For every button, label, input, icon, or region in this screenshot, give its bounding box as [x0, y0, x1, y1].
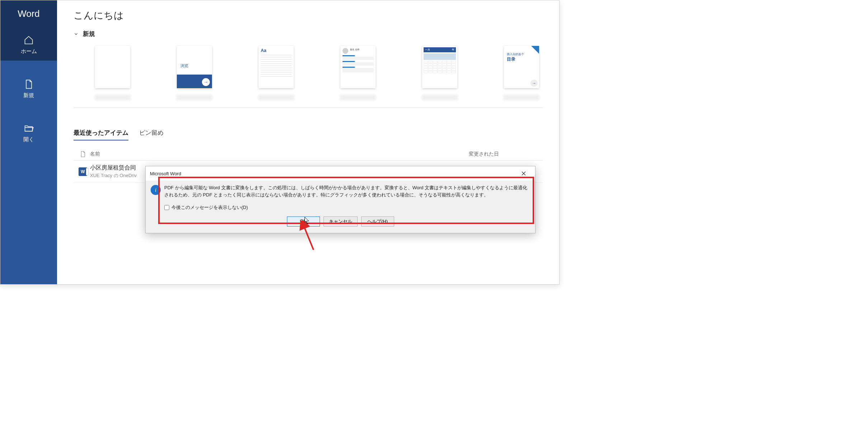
col-name-header[interactable]: 名前	[90, 151, 469, 157]
app-title: Word	[0, 0, 57, 29]
arrow-right-icon: →	[530, 80, 538, 87]
template-toc[interactable]: 插入你的首个 目录 →	[504, 46, 539, 100]
open-folder-icon	[24, 123, 34, 133]
nav-new[interactable]: 新規	[0, 73, 57, 105]
word-file-icon: W	[79, 167, 87, 176]
col-date-header[interactable]: 変更された日	[469, 151, 541, 157]
recent-tabs: 最近使ったアイテム ピン留め	[74, 129, 543, 141]
suppress-message-checkbox[interactable]: 今後このメッセージを表示しない(D)	[164, 204, 530, 211]
dialog-close-button[interactable]	[516, 169, 531, 178]
section-new-toggle[interactable]: 新規	[74, 30, 543, 38]
section-new-label: 新規	[83, 30, 95, 38]
nav-new-label: 新規	[23, 92, 34, 99]
template-label	[258, 95, 294, 100]
thumb-year: 年	[452, 48, 454, 52]
template-label	[422, 95, 458, 100]
template-label	[95, 95, 131, 100]
help-button[interactable]: ヘルプ(H)	[361, 216, 394, 227]
checkbox-input[interactable]	[164, 205, 169, 210]
main-panel: こんにちは 新規 浏览 → Aa	[57, 0, 559, 284]
template-row: 浏览 → Aa 姓名 名称	[74, 43, 543, 108]
tab-recent[interactable]: 最近使ったアイテム	[74, 129, 128, 141]
nav-home[interactable]: ホーム	[0, 29, 57, 61]
sidebar: Word ホーム 新規 開く	[0, 0, 57, 284]
info-icon: i	[151, 185, 161, 195]
checkbox-label: 今後このメッセージを表示しない(D)	[171, 204, 248, 211]
nav-open[interactable]: 開く	[0, 117, 57, 149]
template-blank[interactable]	[95, 46, 130, 100]
nav-home-label: ホーム	[21, 48, 37, 55]
template-thumb: 姓名 名称	[340, 46, 376, 88]
template-label	[176, 95, 212, 100]
template-label	[340, 95, 376, 100]
template-resume[interactable]: 姓名 名称	[340, 46, 376, 100]
cancel-button[interactable]: キャンセル	[324, 216, 358, 227]
new-doc-icon	[24, 79, 34, 89]
avatar-icon	[343, 48, 348, 54]
template-spacing[interactable]: Aa	[259, 46, 294, 100]
chevron-down-icon	[74, 32, 79, 37]
template-calendar[interactable]: 一月年	[422, 46, 457, 100]
home-icon	[24, 35, 34, 45]
template-thumb	[95, 46, 130, 88]
template-thumb: 插入你的首个 目录 →	[504, 46, 539, 88]
ok-button[interactable]: OK	[287, 216, 320, 227]
thumb-month: 一月	[425, 48, 430, 52]
nav-open-label: 開く	[23, 136, 34, 143]
template-thumb: 一月年	[422, 46, 457, 88]
pdf-convert-dialog: Microsoft Word i PDF から編集可能な Word 文書に変換を…	[145, 166, 536, 233]
dialog-message: PDF から編集可能な Word 文書に変換をします。この処理には、しばらく時間…	[164, 184, 530, 199]
tab-pinned[interactable]: ピン留め	[139, 129, 164, 141]
greeting: こんにちは	[74, 9, 543, 22]
arrow-right-icon: →	[202, 78, 210, 86]
thumb-text: Aa	[261, 48, 292, 53]
template-label	[504, 95, 539, 100]
thumb-text: 姓名 名称	[350, 48, 359, 51]
dialog-title: Microsoft Word	[150, 171, 181, 176]
thumb-text: 浏览	[180, 63, 188, 68]
close-icon	[522, 171, 526, 176]
template-thumb: 浏览 →	[177, 46, 212, 88]
file-list-header: 名前 変更された日	[74, 148, 543, 161]
template-welcome[interactable]: 浏览 →	[177, 46, 212, 100]
template-thumb: Aa	[259, 46, 294, 88]
document-icon	[80, 151, 86, 157]
thumb-text: 目录	[507, 56, 536, 62]
